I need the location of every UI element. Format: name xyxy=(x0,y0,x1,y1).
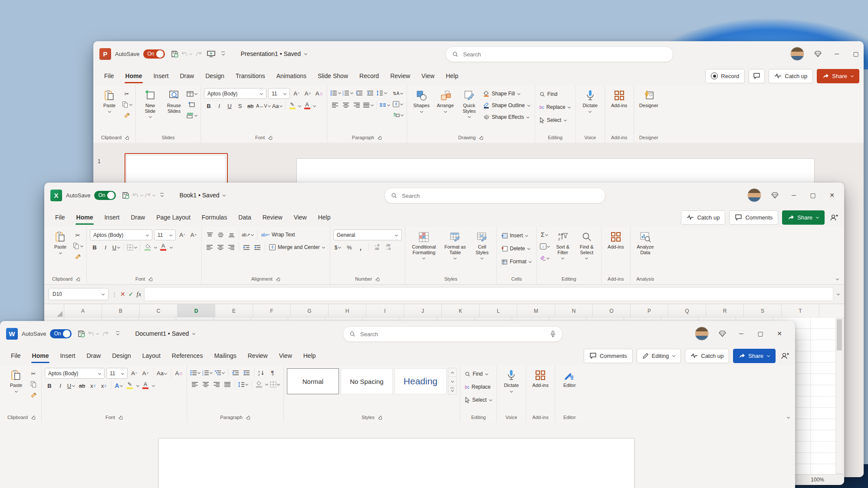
select-button[interactable]: Select xyxy=(538,115,568,125)
style-card[interactable]: Normal xyxy=(287,368,339,394)
show-paragraph-marks-button[interactable]: ¶ xyxy=(268,368,277,377)
font-name-select[interactable]: Aptos (Body) xyxy=(204,88,266,99)
namebox-splitter[interactable]: ⋮ xyxy=(112,291,117,298)
gallery-down-icon[interactable] xyxy=(448,377,457,386)
replace-button[interactable]: bcReplace xyxy=(538,102,572,112)
ribbon-tab[interactable]: Animations xyxy=(271,66,312,85)
search-input[interactable] xyxy=(401,192,599,200)
bottom-align-button[interactable] xyxy=(227,230,236,239)
ribbon-tab[interactable]: File xyxy=(99,66,120,85)
insert-cells-button[interactable]: Insert xyxy=(500,230,530,241)
undo-button[interactable] xyxy=(181,47,192,60)
ribbon-tab[interactable]: Mailings xyxy=(208,346,242,365)
ribbon-tab[interactable]: Page Layout xyxy=(151,208,196,227)
decrease-font-button[interactable]: A˅ xyxy=(303,89,312,98)
align-left-button[interactable] xyxy=(330,100,340,110)
ribbon-tab[interactable]: Layout xyxy=(137,346,166,365)
align-text-button[interactable]: ⇕ xyxy=(393,99,403,109)
underline-button[interactable]: U xyxy=(225,101,234,111)
comma-style-button[interactable]: , xyxy=(356,242,365,252)
font-size-select[interactable]: 11 xyxy=(154,229,176,240)
dictate-button[interactable]: Dictate xyxy=(500,368,523,394)
cell-styles-button[interactable]: Cell Styles xyxy=(471,229,493,261)
arrange-button[interactable]: Arrange xyxy=(434,88,457,115)
increase-font-button[interactable]: A^ xyxy=(129,369,139,378)
replace-button[interactable]: bcReplace xyxy=(464,382,492,392)
search-input[interactable] xyxy=(462,51,667,58)
comments-icon-button[interactable] xyxy=(749,69,765,83)
slide-layout-button[interactable] xyxy=(187,89,197,98)
font-color-button[interactable]: A xyxy=(302,101,312,111)
increase-decimal-button[interactable]: ←0.00 xyxy=(372,242,381,252)
ribbon-tab[interactable]: Design xyxy=(200,66,230,85)
ribbon-tab[interactable]: File xyxy=(49,208,71,227)
addins-button[interactable]: Add-ins xyxy=(605,229,627,251)
align-left-button[interactable] xyxy=(205,242,214,252)
undo-button[interactable] xyxy=(88,327,99,340)
gallery-more-icon[interactable] xyxy=(448,386,457,394)
maximize-button[interactable]: ▢ xyxy=(803,183,822,208)
catch-up-button[interactable]: Catch up xyxy=(769,69,813,83)
ribbon-tab[interactable]: Insert xyxy=(54,346,81,365)
line-spacing-button[interactable] xyxy=(238,380,249,389)
number-dialog-launcher[interactable] xyxy=(375,277,380,282)
column-header[interactable]: N xyxy=(555,304,593,318)
fill-button[interactable]: ↓ xyxy=(540,242,550,251)
autosave-toggle[interactable]: On xyxy=(143,49,165,59)
delete-cells-button[interactable]: Delete xyxy=(500,243,532,254)
collapse-ribbon-icon[interactable] xyxy=(835,277,839,281)
increase-font-button[interactable]: A^ xyxy=(292,89,301,98)
format-painter-button[interactable] xyxy=(73,252,82,262)
orientation-button[interactable]: ab↗ xyxy=(242,230,254,239)
column-header[interactable]: Q xyxy=(668,304,706,318)
ribbon-tab[interactable]: Insert xyxy=(148,66,174,85)
cut-button[interactable]: ✂ xyxy=(122,89,132,98)
copy-button[interactable] xyxy=(122,100,132,109)
increase-indent-button[interactable] xyxy=(253,242,262,252)
align-left-button[interactable] xyxy=(190,380,200,389)
ribbon-tab[interactable]: View xyxy=(273,346,298,365)
zoom-level[interactable]: 100% xyxy=(811,477,824,483)
search-mic-icon[interactable] xyxy=(550,331,556,337)
align-center-button[interactable] xyxy=(216,242,225,252)
ribbon-tab[interactable]: Home xyxy=(26,346,55,365)
numbering-button[interactable]: 123 xyxy=(342,88,353,98)
paste-button[interactable]: Paste xyxy=(5,368,27,394)
decrease-indent-button[interactable] xyxy=(355,88,364,98)
qat-overflow-icon[interactable] xyxy=(217,47,229,60)
align-center-button[interactable] xyxy=(341,100,351,110)
enter-icon[interactable]: ✓ xyxy=(128,291,134,298)
font-name-select[interactable]: Aptos (Body) xyxy=(90,229,152,240)
conditional-formatting-button[interactable]: Conditional Formatting xyxy=(408,229,440,261)
editing-mode-button[interactable]: Editing xyxy=(637,349,681,363)
percent-style-button[interactable]: % xyxy=(345,242,354,252)
addins-button[interactable]: Add-ins xyxy=(529,368,552,390)
cut-button[interactable]: ✂ xyxy=(29,369,38,378)
maximize-button[interactable]: ▢ xyxy=(751,321,770,346)
convert-smartart-button[interactable] xyxy=(393,110,404,120)
clipboard-dialog-launcher[interactable] xyxy=(31,415,36,420)
subscript-button[interactable]: x2 xyxy=(88,381,98,390)
style-card[interactable]: Heading xyxy=(395,368,447,394)
avatar[interactable] xyxy=(747,188,761,202)
alignment-dialog-launcher[interactable] xyxy=(276,277,280,282)
column-header[interactable]: P xyxy=(631,304,668,318)
ribbon-tab[interactable]: Home xyxy=(120,66,148,85)
align-center-button[interactable] xyxy=(201,380,210,389)
format-painter-button[interactable] xyxy=(122,111,132,120)
number-format-select[interactable]: General xyxy=(333,229,402,240)
change-case-button[interactable]: Aa xyxy=(272,101,283,111)
word-document-title[interactable]: Document1 • Saved xyxy=(135,330,195,337)
columns-button[interactable] xyxy=(379,100,390,110)
top-align-button[interactable] xyxy=(205,230,214,239)
autosave-toggle[interactable]: On xyxy=(94,191,116,200)
ribbon-tab[interactable]: Insert xyxy=(99,208,125,227)
decrease-decimal-button[interactable]: .00→0 xyxy=(383,242,393,252)
save-icon[interactable] xyxy=(169,47,180,60)
style-card[interactable]: No Spacing xyxy=(341,368,393,394)
reset-slide-button[interactable] xyxy=(187,100,196,109)
new-slide-button[interactable]: New Slide xyxy=(139,88,161,120)
increase-indent-button[interactable] xyxy=(242,368,251,377)
italic-button[interactable]: I xyxy=(214,101,224,111)
merge-center-button[interactable]: ⇕Merge and Center xyxy=(268,242,327,252)
